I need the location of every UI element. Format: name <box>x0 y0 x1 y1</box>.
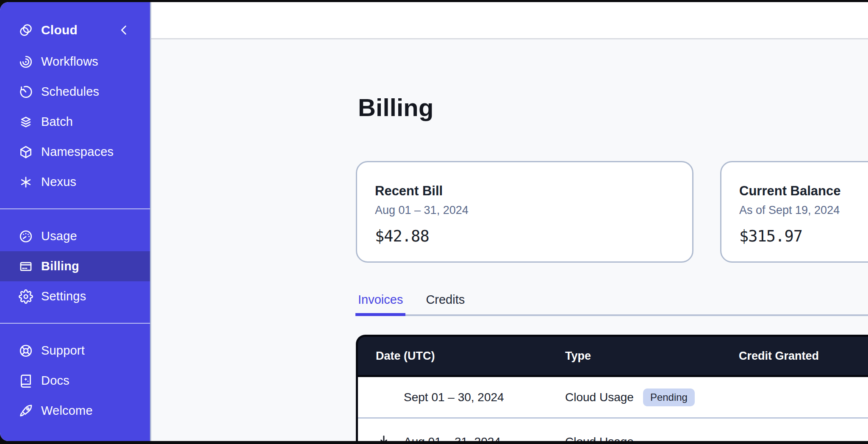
current-balance-card: Current Balance As of Sept 19, 2024 $315… <box>720 161 868 263</box>
current-balance-amount: $315.97 <box>739 227 868 245</box>
current-balance-date: As of Sept 19, 2024 <box>739 204 868 217</box>
sidebar-collapse-button[interactable] <box>117 23 131 37</box>
status-badge: Pending <box>643 388 695 406</box>
column-header-date: Date (UTC) <box>358 350 565 363</box>
invoices-table-body: Sept 01 – 30, 2024Cloud UsagePendingAug … <box>356 377 868 441</box>
sidebar-item-label: Usage <box>41 229 77 243</box>
sidebar-item-label: Settings <box>41 289 86 303</box>
namespaces-icon <box>19 145 33 159</box>
recent-bill-card: Recent Bill Aug 01 – 31, 2024 $42.88 <box>356 161 693 263</box>
sidebar-item-support[interactable]: Support <box>0 336 150 366</box>
invoices-table-header: Date (UTC) Type Credit Granted <box>356 335 868 377</box>
page-title: Billing <box>358 93 434 122</box>
main-area: Billing Recent Bill Aug 01 – 31, 2024 $4… <box>151 2 868 441</box>
sidebar-section: SupportDocsWelcome <box>0 336 150 426</box>
sidebar-item-usage[interactable]: Usage <box>0 221 150 251</box>
app-window: Cloud WorkflowsSchedulesBatchNamespacesN… <box>0 2 868 441</box>
column-header-credit-granted: Credit Granted <box>739 350 868 363</box>
sidebar-section: WorkflowsSchedulesBatchNamespacesNexus <box>0 47 150 197</box>
sidebar-item-namespaces[interactable]: Namespaces <box>0 137 150 167</box>
invoice-row[interactable]: Sept 01 – 30, 2024Cloud UsagePending <box>358 377 868 419</box>
invoice-type: Cloud Usage <box>565 435 634 441</box>
download-invoice-button[interactable] <box>376 434 392 441</box>
sidebar-item-label: Workflows <box>41 55 98 69</box>
tab-invoices[interactable]: Invoices <box>355 290 405 314</box>
batch-icon <box>19 115 33 129</box>
recent-bill-period: Aug 01 – 31, 2024 <box>375 204 674 217</box>
invoice-date: Aug 01 – 31, 2024 <box>404 435 501 441</box>
docs-icon <box>19 374 33 388</box>
sidebar-section: UsageBillingSettings <box>0 221 150 311</box>
invoice-type-cell: Cloud UsagePending <box>565 388 739 406</box>
sidebar-divider <box>0 323 150 324</box>
invoice-type: Cloud Usage <box>565 391 634 404</box>
sidebar-item-nexus[interactable]: Nexus <box>0 167 150 197</box>
workflows-icon <box>19 55 33 69</box>
sidebar-item-label: Namespaces <box>41 145 114 159</box>
sidebar-item-label: Nexus <box>41 175 76 189</box>
sidebar-item-batch[interactable]: Batch <box>0 107 150 137</box>
invoice-row[interactable]: Aug 01 – 31, 2024Cloud Usage <box>358 419 868 441</box>
usage-icon <box>19 229 33 244</box>
current-balance-title: Current Balance <box>739 183 868 199</box>
support-icon <box>19 344 33 358</box>
sidebar-item-welcome[interactable]: Welcome <box>0 396 150 426</box>
tab-credits[interactable]: Credits <box>423 290 467 314</box>
column-header-type: Type <box>565 350 739 363</box>
brand-label: Cloud <box>41 23 78 37</box>
sidebar-item-label: Schedules <box>41 85 99 99</box>
nexus-icon <box>19 175 33 189</box>
billing-tabs: Invoices Credits <box>358 290 868 316</box>
top-bar <box>151 2 868 39</box>
recent-bill-title: Recent Bill <box>375 183 674 199</box>
invoices-table: Date (UTC) Type Credit Granted Sept 01 –… <box>356 335 868 441</box>
billing-summary-cards: Recent Bill Aug 01 – 31, 2024 $42.88 Cur… <box>356 161 868 263</box>
sidebar-item-label: Batch <box>41 115 73 129</box>
sidebar-item-billing[interactable]: Billing <box>0 251 150 281</box>
sidebar-item-label: Billing <box>41 259 79 273</box>
sidebar-item-settings[interactable]: Settings <box>0 281 150 311</box>
temporal-logo-icon <box>19 22 33 38</box>
billing-icon <box>19 259 33 274</box>
sidebar-item-label: Welcome <box>41 404 93 418</box>
invoice-date-cell: Sept 01 – 30, 2024 <box>358 391 565 404</box>
sidebar-item-label: Docs <box>41 374 69 388</box>
sidebar-item-label: Support <box>41 344 85 358</box>
welcome-icon <box>19 404 33 418</box>
sidebar: Cloud WorkflowsSchedulesBatchNamespacesN… <box>0 2 151 441</box>
sidebar-item-docs[interactable]: Docs <box>0 366 150 396</box>
invoice-type-cell: Cloud Usage <box>565 435 739 441</box>
sidebar-item-schedules[interactable]: Schedules <box>0 77 150 107</box>
settings-icon <box>19 289 33 304</box>
sidebar-brand: Cloud <box>0 14 150 47</box>
invoice-date: Sept 01 – 30, 2024 <box>404 391 504 404</box>
schedules-icon <box>19 85 33 99</box>
sidebar-divider <box>0 208 150 209</box>
sidebar-item-workflows[interactable]: Workflows <box>0 47 150 77</box>
invoice-date-cell: Aug 01 – 31, 2024 <box>358 434 565 441</box>
recent-bill-amount: $42.88 <box>375 227 674 245</box>
download-slot <box>376 434 404 441</box>
